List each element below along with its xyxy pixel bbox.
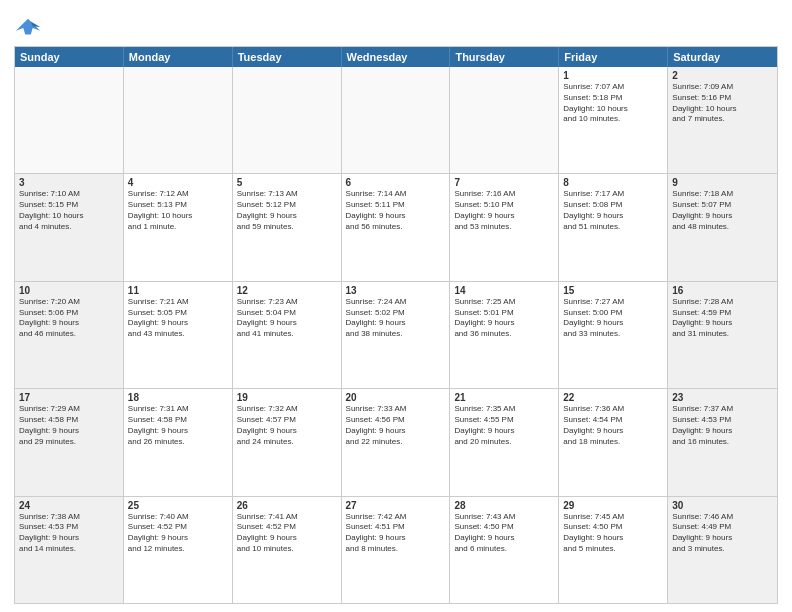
- calendar-cell: 15Sunrise: 7:27 AM Sunset: 5:00 PM Dayli…: [559, 282, 668, 388]
- day-number: 12: [237, 285, 337, 296]
- calendar-cell: 20Sunrise: 7:33 AM Sunset: 4:56 PM Dayli…: [342, 389, 451, 495]
- day-info: Sunrise: 7:24 AM Sunset: 5:02 PM Dayligh…: [346, 297, 446, 340]
- day-info: Sunrise: 7:21 AM Sunset: 5:05 PM Dayligh…: [128, 297, 228, 340]
- day-info: Sunrise: 7:42 AM Sunset: 4:51 PM Dayligh…: [346, 512, 446, 555]
- calendar-cell: 19Sunrise: 7:32 AM Sunset: 4:57 PM Dayli…: [233, 389, 342, 495]
- day-number: 14: [454, 285, 554, 296]
- calendar-header: SundayMondayTuesdayWednesdayThursdayFrid…: [15, 47, 777, 67]
- calendar-cell: 23Sunrise: 7:37 AM Sunset: 4:53 PM Dayli…: [668, 389, 777, 495]
- calendar-cell: 18Sunrise: 7:31 AM Sunset: 4:58 PM Dayli…: [124, 389, 233, 495]
- day-info: Sunrise: 7:36 AM Sunset: 4:54 PM Dayligh…: [563, 404, 663, 447]
- day-info: Sunrise: 7:29 AM Sunset: 4:58 PM Dayligh…: [19, 404, 119, 447]
- day-number: 9: [672, 177, 773, 188]
- day-number: 21: [454, 392, 554, 403]
- calendar-cell: 8Sunrise: 7:17 AM Sunset: 5:08 PM Daylig…: [559, 174, 668, 280]
- calendar-day-header: Saturday: [668, 47, 777, 67]
- calendar-cell: 2Sunrise: 7:09 AM Sunset: 5:16 PM Daylig…: [668, 67, 777, 173]
- calendar-cell: [15, 67, 124, 173]
- logo-icon: [14, 14, 42, 42]
- day-info: Sunrise: 7:16 AM Sunset: 5:10 PM Dayligh…: [454, 189, 554, 232]
- calendar-cell: 7Sunrise: 7:16 AM Sunset: 5:10 PM Daylig…: [450, 174, 559, 280]
- day-number: 30: [672, 500, 773, 511]
- day-number: 17: [19, 392, 119, 403]
- calendar-cell: 16Sunrise: 7:28 AM Sunset: 4:59 PM Dayli…: [668, 282, 777, 388]
- calendar-cell: 6Sunrise: 7:14 AM Sunset: 5:11 PM Daylig…: [342, 174, 451, 280]
- calendar-row: 3Sunrise: 7:10 AM Sunset: 5:15 PM Daylig…: [15, 173, 777, 280]
- day-info: Sunrise: 7:17 AM Sunset: 5:08 PM Dayligh…: [563, 189, 663, 232]
- calendar-cell: 1Sunrise: 7:07 AM Sunset: 5:18 PM Daylig…: [559, 67, 668, 173]
- calendar-cell: 12Sunrise: 7:23 AM Sunset: 5:04 PM Dayli…: [233, 282, 342, 388]
- calendar-cell: 14Sunrise: 7:25 AM Sunset: 5:01 PM Dayli…: [450, 282, 559, 388]
- page-header: [14, 10, 778, 42]
- day-info: Sunrise: 7:14 AM Sunset: 5:11 PM Dayligh…: [346, 189, 446, 232]
- day-number: 18: [128, 392, 228, 403]
- calendar: SundayMondayTuesdayWednesdayThursdayFrid…: [14, 46, 778, 604]
- day-number: 16: [672, 285, 773, 296]
- day-number: 26: [237, 500, 337, 511]
- calendar-cell: 4Sunrise: 7:12 AM Sunset: 5:13 PM Daylig…: [124, 174, 233, 280]
- day-number: 7: [454, 177, 554, 188]
- calendar-cell: 5Sunrise: 7:13 AM Sunset: 5:12 PM Daylig…: [233, 174, 342, 280]
- day-number: 19: [237, 392, 337, 403]
- day-info: Sunrise: 7:12 AM Sunset: 5:13 PM Dayligh…: [128, 189, 228, 232]
- calendar-row: 1Sunrise: 7:07 AM Sunset: 5:18 PM Daylig…: [15, 67, 777, 173]
- day-number: 3: [19, 177, 119, 188]
- day-number: 22: [563, 392, 663, 403]
- calendar-cell: 9Sunrise: 7:18 AM Sunset: 5:07 PM Daylig…: [668, 174, 777, 280]
- calendar-cell: 24Sunrise: 7:38 AM Sunset: 4:53 PM Dayli…: [15, 497, 124, 603]
- calendar-cell: [342, 67, 451, 173]
- calendar-cell: 27Sunrise: 7:42 AM Sunset: 4:51 PM Dayli…: [342, 497, 451, 603]
- day-info: Sunrise: 7:46 AM Sunset: 4:49 PM Dayligh…: [672, 512, 773, 555]
- calendar-day-header: Tuesday: [233, 47, 342, 67]
- day-info: Sunrise: 7:13 AM Sunset: 5:12 PM Dayligh…: [237, 189, 337, 232]
- day-number: 2: [672, 70, 773, 81]
- calendar-day-header: Monday: [124, 47, 233, 67]
- day-info: Sunrise: 7:20 AM Sunset: 5:06 PM Dayligh…: [19, 297, 119, 340]
- calendar-day-header: Thursday: [450, 47, 559, 67]
- day-info: Sunrise: 7:41 AM Sunset: 4:52 PM Dayligh…: [237, 512, 337, 555]
- logo: [14, 14, 46, 42]
- calendar-cell: 13Sunrise: 7:24 AM Sunset: 5:02 PM Dayli…: [342, 282, 451, 388]
- day-info: Sunrise: 7:33 AM Sunset: 4:56 PM Dayligh…: [346, 404, 446, 447]
- day-info: Sunrise: 7:32 AM Sunset: 4:57 PM Dayligh…: [237, 404, 337, 447]
- calendar-cell: [124, 67, 233, 173]
- day-info: Sunrise: 7:45 AM Sunset: 4:50 PM Dayligh…: [563, 512, 663, 555]
- day-number: 6: [346, 177, 446, 188]
- day-number: 23: [672, 392, 773, 403]
- calendar-cell: 3Sunrise: 7:10 AM Sunset: 5:15 PM Daylig…: [15, 174, 124, 280]
- day-info: Sunrise: 7:43 AM Sunset: 4:50 PM Dayligh…: [454, 512, 554, 555]
- day-info: Sunrise: 7:23 AM Sunset: 5:04 PM Dayligh…: [237, 297, 337, 340]
- day-info: Sunrise: 7:10 AM Sunset: 5:15 PM Dayligh…: [19, 189, 119, 232]
- day-number: 28: [454, 500, 554, 511]
- calendar-cell: 25Sunrise: 7:40 AM Sunset: 4:52 PM Dayli…: [124, 497, 233, 603]
- day-number: 24: [19, 500, 119, 511]
- calendar-row: 17Sunrise: 7:29 AM Sunset: 4:58 PM Dayli…: [15, 388, 777, 495]
- day-info: Sunrise: 7:31 AM Sunset: 4:58 PM Dayligh…: [128, 404, 228, 447]
- calendar-cell: 11Sunrise: 7:21 AM Sunset: 5:05 PM Dayli…: [124, 282, 233, 388]
- calendar-cell: 10Sunrise: 7:20 AM Sunset: 5:06 PM Dayli…: [15, 282, 124, 388]
- day-number: 4: [128, 177, 228, 188]
- calendar-cell: 30Sunrise: 7:46 AM Sunset: 4:49 PM Dayli…: [668, 497, 777, 603]
- calendar-cell: 21Sunrise: 7:35 AM Sunset: 4:55 PM Dayli…: [450, 389, 559, 495]
- calendar-day-header: Sunday: [15, 47, 124, 67]
- calendar-day-header: Friday: [559, 47, 668, 67]
- day-number: 5: [237, 177, 337, 188]
- day-info: Sunrise: 7:40 AM Sunset: 4:52 PM Dayligh…: [128, 512, 228, 555]
- day-number: 25: [128, 500, 228, 511]
- calendar-cell: 28Sunrise: 7:43 AM Sunset: 4:50 PM Dayli…: [450, 497, 559, 603]
- calendar-cell: 22Sunrise: 7:36 AM Sunset: 4:54 PM Dayli…: [559, 389, 668, 495]
- day-number: 8: [563, 177, 663, 188]
- day-info: Sunrise: 7:35 AM Sunset: 4:55 PM Dayligh…: [454, 404, 554, 447]
- day-number: 27: [346, 500, 446, 511]
- day-info: Sunrise: 7:38 AM Sunset: 4:53 PM Dayligh…: [19, 512, 119, 555]
- day-number: 1: [563, 70, 663, 81]
- calendar-body: 1Sunrise: 7:07 AM Sunset: 5:18 PM Daylig…: [15, 67, 777, 603]
- day-info: Sunrise: 7:37 AM Sunset: 4:53 PM Dayligh…: [672, 404, 773, 447]
- calendar-cell: [450, 67, 559, 173]
- day-number: 13: [346, 285, 446, 296]
- day-info: Sunrise: 7:27 AM Sunset: 5:00 PM Dayligh…: [563, 297, 663, 340]
- calendar-row: 10Sunrise: 7:20 AM Sunset: 5:06 PM Dayli…: [15, 281, 777, 388]
- day-number: 11: [128, 285, 228, 296]
- day-number: 20: [346, 392, 446, 403]
- calendar-day-header: Wednesday: [342, 47, 451, 67]
